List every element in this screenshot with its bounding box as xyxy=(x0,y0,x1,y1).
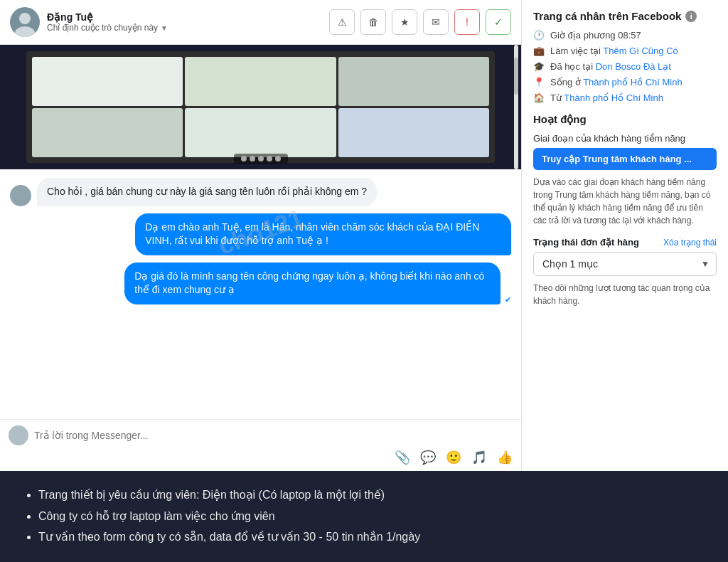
chat-panel: Đặng Tuệ Chỉ định cuộc trò chuyện này ▼ … xyxy=(0,0,522,471)
emoji-icon[interactable]: 🙂 xyxy=(446,450,461,465)
clock-icon: 🕐 xyxy=(533,29,545,41)
scroll-track xyxy=(514,45,518,169)
message-row-sent-1: Dạ em chào anh Tuệ, em là Hân, nhân viên… xyxy=(10,213,511,255)
scroll-indicator xyxy=(514,45,518,169)
chat-input-bar: 📎 💬 🙂 🎵 👍 xyxy=(0,419,521,471)
education-link[interactable]: Don Bosco Đà Lạt xyxy=(596,61,671,72)
screenshot-grid xyxy=(26,51,496,164)
stage-button[interactable]: Truy cập Trung tâm khách hàng ... xyxy=(533,148,717,170)
screenshot-cell-4 xyxy=(32,108,183,157)
alert-button[interactable]: ⚠ xyxy=(329,9,355,35)
home-icon: 🏠 xyxy=(533,92,545,103)
flag-button[interactable]: ! xyxy=(454,9,480,35)
chat-input-row xyxy=(9,425,513,445)
work-link[interactable]: Thêm Gì Cũng Có xyxy=(603,46,678,56)
profile-info-item-city: 📍 Sống ở Thành phố Hồ Chí Minh xyxy=(533,76,717,88)
star-button[interactable]: ★ xyxy=(392,9,417,35)
top-section: Đặng Tuệ Chỉ định cuộc trò chuyện này ▼ … xyxy=(0,0,728,471)
screenshot-toolbar xyxy=(234,154,288,164)
stage-description: Dựa vào các giai đoạn khách hàng tiềm nă… xyxy=(533,176,717,227)
bullet-item-3: Tư vấn theo form công ty có sẵn, data đổ… xyxy=(38,527,705,546)
dropdown-wrapper: Chọn 1 mục ▼ xyxy=(533,252,717,276)
from-link[interactable]: Thành phố Hồ Chí Minh xyxy=(564,92,663,103)
message-row-sent-2: Dạ giá đó là mình sang tên công chứng ng… xyxy=(10,263,511,304)
bullet-item-1: Trang thiết bị yêu cầu ứng viên: Điện th… xyxy=(38,485,705,504)
audio-icon[interactable]: 🎵 xyxy=(471,450,487,465)
clear-status-link[interactable]: Xóa trạng thái xyxy=(663,238,717,248)
profile-info-item-time: 🕐 Giờ địa phương 08:57 xyxy=(533,29,717,41)
info-icon[interactable]: i xyxy=(685,11,697,22)
header-subtitle: Chỉ định cuộc trò chuyện này ▼ xyxy=(47,23,329,33)
graduation-icon: 🎓 xyxy=(533,60,545,72)
email-button[interactable]: ✉ xyxy=(423,9,449,35)
screenshot-cell-2 xyxy=(185,57,336,106)
profile-title: Trang cá nhân trên Facebook i xyxy=(533,10,717,22)
chat-input-actions: 📎 💬 🙂 🎵 👍 xyxy=(9,445,513,465)
received-bubble-1: Cho hỏi , giá bán chung cư này là giá sa… xyxy=(37,178,377,206)
check-button[interactable]: ✓ xyxy=(486,9,511,35)
profile-info-item-edu: 🎓 Đã học tại Don Bosco Đà Lạt xyxy=(533,60,717,72)
activity-section-title: Hoạt động xyxy=(533,113,717,126)
avatar xyxy=(10,7,40,37)
sent-bubble-1: Dạ em chào anh Tuệ, em là Hân, nhân viên… xyxy=(135,213,511,255)
toolbar-dot-3 xyxy=(258,156,264,161)
bullet-item-2: Công ty có hỗ trợ laptop làm việc cho ứn… xyxy=(38,507,705,526)
chat-screenshot-image xyxy=(0,45,521,169)
chat-messages[interactable]: Cho hỏi , giá bán chung cư này là giá sa… xyxy=(0,45,521,419)
location-icon: 📍 xyxy=(533,76,545,88)
bottom-section: Trang thiết bị yêu cầu ứng viên: Điện th… xyxy=(0,471,728,562)
chat-input-field[interactable] xyxy=(34,430,513,441)
profile-info-item-work: 💼 Làm việc tại Thêm Gì Cũng Có xyxy=(533,45,717,56)
order-section-title: Trạng thái đơn đặt hàng Xóa trạng thái xyxy=(533,237,717,248)
city-link[interactable]: Thành phố Hồ Chí Minh xyxy=(583,77,682,88)
attachment-icon[interactable]: 📎 xyxy=(395,450,410,465)
order-status-dropdown[interactable]: Chọn 1 mục xyxy=(533,252,717,276)
message-row-received-1: Cho hỏi , giá bán chung cư này là giá sa… xyxy=(10,178,511,206)
profile-info-list: 🕐 Giờ địa phương 08:57 💼 Làm việc tại Th… xyxy=(533,29,717,103)
order-description: Theo dõi những lượt tương tác quan trọng… xyxy=(533,282,717,307)
briefcase-icon: 💼 xyxy=(533,45,545,56)
toolbar-dot-5 xyxy=(275,156,281,161)
contact-name: Đặng Tuệ xyxy=(47,11,329,23)
screenshot-cell-5 xyxy=(185,108,336,157)
toolbar-dot-4 xyxy=(267,156,272,161)
message-avatar xyxy=(10,185,31,206)
stage-label: Giai đoạn của khách hàng tiềm năng xyxy=(533,133,717,144)
screenshot-cell-6 xyxy=(338,108,490,157)
toolbar-dot-2 xyxy=(250,156,255,161)
chat-input-avatar xyxy=(9,425,28,445)
sent-bubble-2: Dạ giá đó là mình sang tên công chứng ng… xyxy=(124,263,500,304)
chat-bubble-icon[interactable]: 💬 xyxy=(420,450,436,465)
scroll-thumb xyxy=(514,58,518,95)
header-actions: ⚠ 🗑 ★ ✉ ! ✓ xyxy=(329,9,511,35)
chat-header: Đặng Tuệ Chỉ định cuộc trò chuyện này ▼ … xyxy=(0,0,521,45)
message-read-icon: ✔ xyxy=(505,295,511,304)
svg-point-1 xyxy=(19,13,31,24)
delete-button[interactable]: 🗑 xyxy=(360,9,386,35)
chevron-down-icon: ▼ xyxy=(161,24,168,32)
header-info: Đặng Tuệ Chỉ định cuộc trò chuyện này ▼ xyxy=(47,11,329,33)
like-icon[interactable]: 👍 xyxy=(497,450,513,465)
profile-panel: Trang cá nhân trên Facebook i 🕐 Giờ địa … xyxy=(522,0,728,471)
messages-body: Cho hỏi , giá bán chung cư này là giá sa… xyxy=(0,169,521,320)
screenshot-cell-1 xyxy=(32,57,183,106)
profile-info-item-from: 🏠 Từ Thành phố Hồ Chí Minh xyxy=(533,92,717,103)
screenshot-cell-3 xyxy=(338,57,490,106)
toolbar-dot-1 xyxy=(241,156,247,161)
bullet-list: Trang thiết bị yêu cầu ứng viên: Điện th… xyxy=(23,485,705,546)
